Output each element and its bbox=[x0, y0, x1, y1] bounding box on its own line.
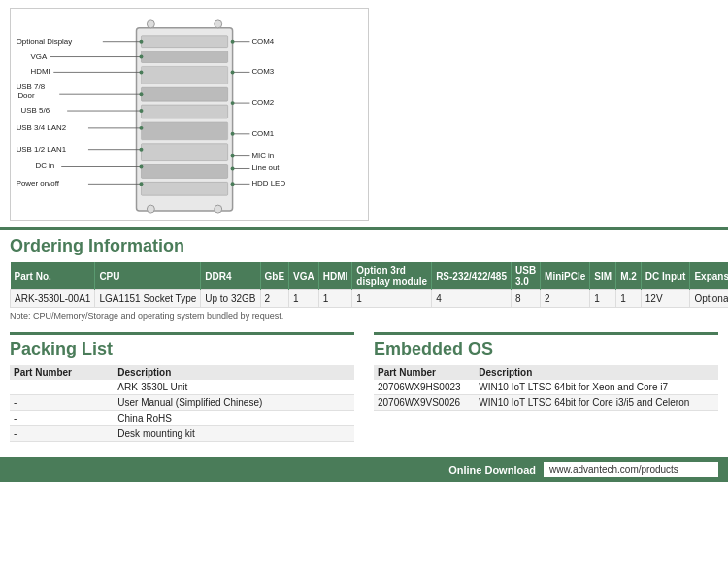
packing-table: Part Number Description -ARK-3530L Unit-… bbox=[10, 365, 354, 442]
packing-col-desc: Description bbox=[114, 365, 354, 380]
col-usb30: USB3.0 bbox=[511, 262, 540, 290]
ordering-note: Note: CPU/Memory/Storage and operating s… bbox=[10, 311, 718, 321]
svg-text:Power on/off: Power on/off bbox=[17, 179, 60, 187]
svg-point-39 bbox=[139, 165, 143, 169]
table-row: ARK-3530L-00A1LGA1151 Socket TypeUp to 3… bbox=[11, 290, 729, 308]
col-hdmi: HDMI bbox=[318, 262, 352, 290]
svg-point-63 bbox=[231, 182, 235, 186]
svg-point-51 bbox=[231, 101, 235, 105]
svg-text:USB 1/2 LAN1: USB 1/2 LAN1 bbox=[17, 145, 67, 153]
list-item: -China RoHS bbox=[10, 411, 354, 426]
col-ddr4: DDR4 bbox=[201, 262, 260, 290]
ordering-section: Ordering Information Part No. CPU DDR4 G… bbox=[0, 227, 728, 324]
svg-text:COM4: COM4 bbox=[251, 37, 274, 46]
svg-text:VGA: VGA bbox=[31, 52, 48, 61]
embedded-heading: Embedded OS bbox=[374, 332, 718, 359]
svg-rect-5 bbox=[141, 87, 227, 101]
svg-point-30 bbox=[139, 109, 143, 113]
svg-point-27 bbox=[139, 92, 143, 96]
svg-rect-8 bbox=[141, 144, 227, 161]
embedded-os-section: Embedded OS Part Number Description 2070… bbox=[374, 332, 718, 446]
svg-point-36 bbox=[139, 148, 143, 152]
mounting-label bbox=[10, 442, 354, 446]
svg-rect-7 bbox=[141, 122, 227, 140]
svg-rect-9 bbox=[141, 165, 227, 179]
svg-point-17 bbox=[139, 40, 143, 44]
col-expansion: Expansion bbox=[690, 262, 728, 290]
list-item: -User Manual (Simplified Chinese) bbox=[10, 395, 354, 411]
svg-point-45 bbox=[231, 40, 235, 44]
svg-text:iDoor: iDoor bbox=[17, 91, 35, 100]
diagram-section: Optional Display VGA HDMI USB 7/8 iDoor … bbox=[0, 0, 728, 227]
svg-text:DC in: DC in bbox=[35, 161, 54, 170]
svg-point-12 bbox=[215, 20, 222, 28]
svg-text:USB 5/6: USB 5/6 bbox=[21, 106, 50, 115]
svg-rect-6 bbox=[141, 105, 227, 118]
svg-rect-2 bbox=[141, 36, 227, 48]
list-item: 20706WX9HS0023WIN10 IoT LTSC 64bit for X… bbox=[374, 380, 718, 395]
footer-label: Online Download bbox=[448, 464, 536, 476]
embedded-col-desc: Description bbox=[475, 365, 718, 380]
packing-list-section: Packing List Part Number Description -AR… bbox=[10, 332, 354, 446]
col-option3rd: Option 3rddisplay module bbox=[352, 262, 432, 290]
svg-text:USB 3/4 LAN2: USB 3/4 LAN2 bbox=[17, 123, 66, 132]
svg-point-20 bbox=[139, 55, 143, 59]
col-sim: SIM bbox=[590, 262, 616, 290]
svg-text:HDMI: HDMI bbox=[31, 67, 50, 76]
footer-bar: Online Download www.advantech.com/produc… bbox=[0, 457, 728, 482]
svg-point-60 bbox=[231, 167, 235, 171]
svg-point-23 bbox=[139, 70, 143, 74]
bottom-section: Packing List Part Number Description -AR… bbox=[0, 324, 728, 446]
svg-text:COM1: COM1 bbox=[251, 129, 274, 138]
svg-point-42 bbox=[139, 182, 143, 186]
svg-point-57 bbox=[231, 154, 235, 158]
svg-text:Line out: Line out bbox=[251, 163, 280, 172]
svg-text:COM3: COM3 bbox=[251, 67, 274, 76]
col-dcinput: DC Input bbox=[641, 262, 690, 290]
packing-col-partno: Part Number bbox=[10, 365, 114, 380]
packing-heading: Packing List bbox=[10, 332, 354, 359]
svg-point-13 bbox=[147, 205, 154, 213]
embedded-col-partno: Part Number bbox=[374, 365, 475, 380]
svg-text:Optional Display: Optional Display bbox=[17, 37, 73, 46]
svg-text:USB 7/8: USB 7/8 bbox=[17, 83, 46, 91]
svg-rect-10 bbox=[141, 182, 227, 195]
ordering-table: Part No. CPU DDR4 GbE VGA HDMI Option 3r… bbox=[10, 262, 728, 308]
svg-text:MIC in: MIC in bbox=[251, 152, 274, 160]
col-m2: M.2 bbox=[616, 262, 642, 290]
svg-point-33 bbox=[139, 126, 143, 130]
svg-text:COM2: COM2 bbox=[251, 98, 274, 107]
hardware-diagram: Optional Display VGA HDMI USB 7/8 iDoor … bbox=[11, 9, 368, 220]
svg-rect-4 bbox=[141, 66, 227, 84]
col-rs232: RS-232/422/485 bbox=[432, 262, 512, 290]
embedded-table: Part Number Description 20706WX9HS0023WI… bbox=[374, 365, 718, 411]
list-item: -Desk mounting kit bbox=[10, 426, 354, 442]
col-vga: VGA bbox=[289, 262, 319, 290]
footer-url: www.advantech.com/products bbox=[544, 462, 718, 477]
col-minipcie: MiniPCle bbox=[541, 262, 590, 290]
svg-point-48 bbox=[231, 70, 235, 74]
svg-rect-3 bbox=[141, 51, 227, 63]
svg-point-54 bbox=[231, 132, 235, 136]
svg-point-11 bbox=[147, 20, 154, 28]
diagram-container: Optional Display VGA HDMI USB 7/8 iDoor … bbox=[10, 8, 369, 221]
list-item: 20706WX9VS0026WIN10 IoT LTSC 64bit for C… bbox=[374, 395, 718, 411]
ordering-heading: Ordering Information bbox=[10, 236, 718, 256]
col-part-no: Part No. bbox=[11, 262, 95, 290]
svg-text:HDD LED: HDD LED bbox=[251, 179, 285, 187]
col-cpu: CPU bbox=[95, 262, 201, 290]
col-gbe: GbE bbox=[260, 262, 289, 290]
list-item: -ARK-3530L Unit bbox=[10, 380, 354, 395]
svg-point-14 bbox=[215, 205, 222, 213]
